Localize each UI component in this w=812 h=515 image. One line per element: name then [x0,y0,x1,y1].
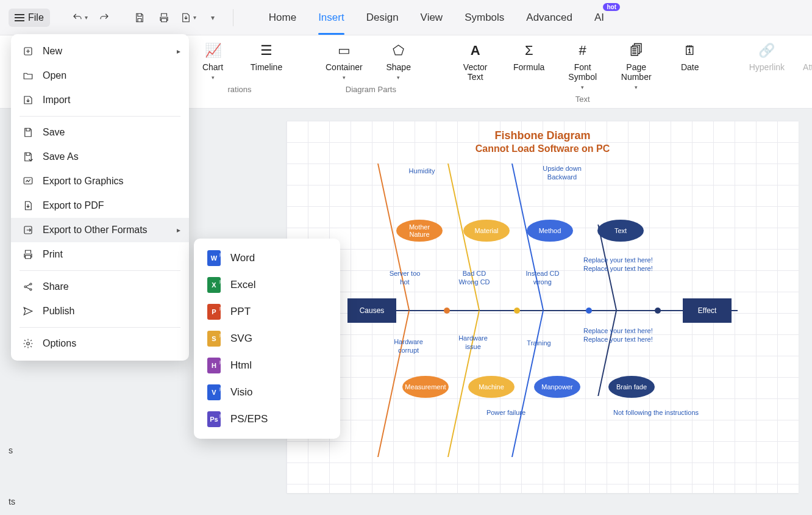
chevron-right-icon: ▸ [177,226,180,234]
hyperlink-button[interactable]: 🔗Hyperlink [749,41,785,72]
oval-machine[interactable]: Machine [468,376,515,398]
page-number-button[interactable]: 🗐Page Number [619,41,654,90]
export-icon-button[interactable] [179,9,198,27]
share-icon [22,281,34,293]
tab-view[interactable]: View [421,8,443,27]
submenu-pseps[interactable]: PsPS/EPS [194,406,340,433]
menu-share[interactable]: Share [11,275,189,299]
oval-measurement[interactable]: Measurement [402,376,449,398]
tab-symbols[interactable]: Symbols [465,8,504,27]
import-icon [22,94,34,106]
redo-button[interactable] [95,9,113,27]
file-button[interactable]: File [9,9,50,27]
menu-publish[interactable]: Publish [11,299,189,323]
html-icon: H [207,358,221,373]
menu-export-pdf[interactable]: Export to PDF [11,193,189,218]
svg-icon: S [207,331,221,347]
diagram-title: Fishbone Diagram [287,121,799,142]
oval-manpower[interactable]: Manpower [534,376,580,398]
menu-options[interactable]: Options [11,331,189,356]
visio-icon: V [207,384,221,400]
ribbon-group-links: 🔗Hyperlink 📎Attachmen [749,41,812,87]
diagram-subtitle: Cannot Load Software on PC [287,143,799,154]
submenu-excel[interactable]: XExcel [194,272,340,298]
tab-home[interactable]: Home [269,8,296,27]
more-toolbar-button[interactable]: ▾ [204,9,222,27]
plus-icon [22,45,34,57]
menu-divider [20,270,180,271]
hot-badge: hot [603,3,620,11]
svg-point-3 [24,286,26,288]
menu-open[interactable]: Open [11,63,189,88]
menu-new[interactable]: New▸ [11,39,189,63]
submenu-ppt[interactable]: PPPT [194,298,340,325]
label-training: Training [511,339,566,348]
gear-icon [22,337,34,350]
tab-ai-label: AI [594,12,604,23]
shape-button[interactable]: ⬠Shape [381,41,416,81]
chevron-right-icon: ▸ [177,47,180,56]
chart-button[interactable]: 📈Chart [195,41,230,81]
save-icon-button[interactable] [130,9,149,27]
excel-icon: X [207,277,221,293]
label-replace1: Replace your text here! Replace your tex… [583,256,638,273]
menu-export-graphics[interactable]: Export to Graphics [11,169,189,193]
timeline-button[interactable]: ☰Timeline [249,41,284,81]
export-pdf-icon [22,200,34,212]
main-tabs: Home Insert Design View Symbols Advanced… [269,8,604,27]
label-server-hot: Server too hot [377,270,432,287]
submenu-html[interactable]: HHtml [194,352,340,379]
stray-text-s: s [9,445,13,455]
attachment-button[interactable]: 📎Attachmen [803,41,812,72]
menu-print[interactable]: Print [11,242,189,267]
drawing-canvas[interactable]: Fishbone Diagram Cannot Load Software on… [287,121,799,493]
spine-node [444,308,450,314]
submenu-word[interactable]: WWord [194,245,340,272]
menu-save-as[interactable]: Save As [11,145,189,169]
label-bad-cd: Bad CD Wrong CD [447,270,502,287]
ribbon-group-illustrations: 📈Chart ☰Timeline [195,41,284,95]
print-icon-button[interactable] [155,9,173,27]
submenu-svg[interactable]: SSVG [194,325,340,352]
export-other-submenu: WWord XExcel PPPT SSVG HHtml VVisio PsPS… [194,239,340,439]
submenu-visio[interactable]: VVisio [194,379,340,406]
causes-box[interactable]: Causes [347,298,396,323]
menu-save[interactable]: Save [11,120,189,145]
pseps-icon: Ps [207,411,221,427]
label-replace2: Replace your text here! Replace your tex… [583,327,638,344]
oval-brain-fade[interactable]: Brain fade [608,376,655,398]
svg-point-5 [30,289,32,290]
top-toolbar: File ▾ Home Insert Design View Symbols A… [0,0,812,35]
tab-advanced[interactable]: Advanced [526,8,572,27]
font-symbol-button[interactable]: #Font Symbol [565,41,600,90]
spine-node [586,308,592,314]
menu-divider [20,327,180,328]
spine-node [514,308,520,314]
label-instead-cd: Instead CD wrong [515,270,570,287]
tab-design[interactable]: Design [366,8,399,27]
word-icon: W [207,250,221,266]
save-icon [22,126,34,139]
stray-text-ts: ts [9,497,15,506]
ribbon-group-parts: ▭Container ⬠Shape [326,41,416,95]
oval-text[interactable]: Text [597,220,644,242]
spine-node [655,308,661,314]
tab-insert[interactable]: Insert [318,8,344,27]
menu-import[interactable]: Import [11,88,189,112]
oval-method[interactable]: Method [527,220,573,242]
vector-text-button[interactable]: AVector Text [458,41,493,90]
label-not-following: Not following the instructions [607,409,705,417]
ribbon-group-text: AVector Text ΣFormula #Font Symbol 🗐Page… [458,41,708,105]
oval-mother-nature[interactable]: Mother Nature [396,220,443,242]
container-button[interactable]: ▭Container [326,41,363,81]
oval-material[interactable]: Material [463,220,510,242]
formula-button[interactable]: ΣFormula [511,41,547,90]
date-button[interactable]: 🗓Date [672,41,708,90]
tab-ai[interactable]: AI hot [594,8,604,27]
export-graphics-icon [22,175,34,187]
file-label: File [28,12,44,23]
file-menu: New▸ Open Import Save Save As Export to … [11,34,189,361]
effect-box[interactable]: Effect [683,298,732,323]
undo-button[interactable] [71,9,89,27]
menu-export-other[interactable]: Export to Other Formats▸ [11,218,189,242]
